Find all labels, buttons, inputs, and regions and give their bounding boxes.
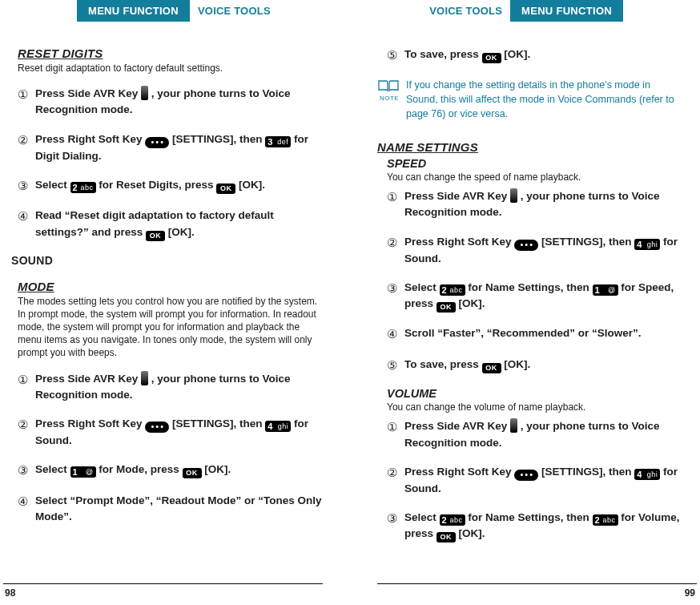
text: Press Side AVR Key — [404, 190, 510, 202]
step-text: Select 2abc for Reset Digits, press OK [… — [35, 177, 323, 194]
name-settings-heading: NAME SETTINGS — [377, 140, 682, 154]
side-avr-key-icon — [141, 371, 148, 385]
step-number: ④ — [387, 325, 404, 344]
text: Press Right Soft Key — [35, 417, 145, 430]
mode-heading: MODE — [18, 280, 323, 293]
step-text: Select 2abc for Name Settings, then 1@ f… — [404, 280, 682, 313]
ok-key-icon: OK — [482, 363, 501, 373]
step: ③ Select 2abc for Reset Digits, press OK… — [18, 177, 323, 196]
page-number: 99 — [685, 587, 695, 599]
footer-rule — [377, 583, 697, 584]
reset-digits-desc: Reset digit adaptation to factory defaul… — [18, 62, 323, 75]
key-1-icon: 1@ — [70, 466, 96, 478]
step-text: Select “Prompt Mode”, “Readout Mode” or … — [35, 493, 323, 526]
step: ② Press Right Soft Key ••• [SETTINGS], t… — [18, 416, 323, 449]
step-number: ① — [18, 371, 35, 389]
text: Press Right Soft Key — [404, 466, 514, 478]
step-text: Press Right Soft Key ••• [SETTINGS], the… — [35, 416, 323, 449]
ok-key-icon: OK — [183, 468, 202, 478]
step: ④ Select “Prompt Mode”, “Readout Mode” o… — [18, 493, 323, 526]
step-number: ④ — [18, 493, 35, 511]
side-avr-key-icon — [510, 188, 517, 203]
note-text: If you change the setting details in the… — [406, 78, 682, 121]
step-text: Scroll “Faster”, “Recommended” or “Slowe… — [404, 325, 682, 341]
step-number: ① — [387, 188, 404, 207]
step-text: Press Side AVR Key , your phone turns to… — [35, 86, 323, 119]
step: ① Press Side AVR Key , your phone turns … — [18, 371, 323, 404]
text: [OK]. — [456, 297, 485, 309]
text: [OK]. — [165, 226, 195, 238]
voice-tools-label: VOICE TOOLS — [421, 0, 510, 22]
step: ① Press Side AVR Key , your phone turns … — [18, 86, 323, 119]
step: ③ Select 1@ for Mode, press OK [OK]. — [18, 462, 323, 480]
text: To save, press — [404, 358, 482, 370]
reset-digits-heading: RESET DIGITS — [18, 46, 323, 60]
step: ② Press Right Soft Key ••• [SETTINGS], t… — [387, 234, 682, 267]
text: for Mode, press — [96, 463, 183, 475]
note-icon: NOTE — [377, 79, 401, 103]
text: Press Right Soft Key — [404, 236, 514, 248]
step-text: To save, press OK [OK]. — [404, 46, 682, 63]
step: ⑤ To save, press OK [OK]. — [387, 357, 682, 375]
text: [SETTINGS], then — [169, 133, 265, 145]
step-text: Select 2abc for Name Settings, then 2abc… — [404, 510, 682, 542]
text: To save, press — [404, 48, 482, 60]
text: [OK]. — [235, 179, 265, 191]
footer-rule — [3, 583, 323, 584]
step-number: ② — [18, 416, 35, 434]
right-soft-key-icon: ••• — [514, 470, 538, 481]
step-text: Press Right Soft Key ••• [SETTINGS], the… — [404, 234, 682, 267]
side-avr-key-icon — [141, 86, 148, 100]
step: ③ Select 2abc for Name Settings, then 2a… — [387, 510, 682, 542]
text: for Name Settings, then — [465, 281, 593, 293]
key-3-icon: 3def — [265, 136, 291, 147]
text: Select — [404, 511, 440, 523]
step-number: ③ — [387, 280, 404, 298]
text: Press Side AVR Key — [35, 87, 141, 99]
ok-key-icon: OK — [216, 184, 235, 194]
text: Press Side AVR Key — [35, 373, 141, 385]
key-4-icon: 4ghi — [634, 469, 660, 480]
step-number: ③ — [18, 462, 35, 480]
step: ④ Read “Reset digit adaptation to factor… — [18, 208, 323, 240]
text: for Reset Digits, press — [96, 179, 217, 191]
step-number: ③ — [18, 177, 35, 196]
step-number: ⑤ — [387, 357, 404, 375]
text: Press Right Soft Key — [35, 133, 145, 145]
step: ⑤ To save, press OK [OK]. — [387, 46, 682, 65]
text: Select — [35, 179, 70, 191]
text: for Name Settings, then — [465, 511, 593, 523]
step-text: Press Right Soft Key ••• [SETTINGS], the… — [404, 464, 682, 497]
speed-desc: You can change the speed of name playbac… — [387, 171, 682, 184]
key-2-icon: 2abc — [593, 514, 618, 526]
step-number: ③ — [387, 510, 404, 528]
mode-desc: The modes setting lets you control how y… — [18, 295, 323, 360]
note-label: NOTE — [377, 94, 401, 103]
key-4-icon: 4ghi — [265, 421, 291, 432]
step-number: ① — [18, 86, 35, 104]
ok-key-icon: OK — [146, 231, 165, 241]
text: [OK]. — [501, 48, 531, 60]
step-number: ④ — [18, 208, 35, 226]
step: ② Press Right Soft Key ••• [SETTINGS], t… — [387, 464, 682, 497]
sound-heading: SOUND — [11, 254, 323, 267]
volume-desc: You can change the volume of name playba… — [387, 401, 682, 413]
step-number: ② — [387, 464, 404, 482]
text: [SETTINGS], then — [538, 466, 634, 478]
speed-heading: SPEED — [387, 157, 682, 170]
step: ① Press Side AVR Key , your phone turns … — [387, 188, 682, 221]
key-1-icon: 1@ — [593, 284, 618, 296]
text: Select — [404, 281, 440, 293]
page-number: 98 — [5, 587, 15, 599]
step: ① Press Side AVR Key , your phone turns … — [387, 418, 682, 451]
step-number: ① — [387, 418, 404, 437]
step-text: Press Side AVR Key , your phone turns to… — [404, 418, 682, 451]
side-avr-key-icon — [510, 418, 517, 433]
key-2-icon: 2abc — [440, 514, 465, 526]
note-block: NOTE If you change the setting details i… — [377, 78, 682, 121]
key-2-icon: 2abc — [440, 284, 465, 296]
step: ② Press Right Soft Key ••• [SETTINGS], t… — [18, 131, 323, 164]
text: [SETTINGS], then — [169, 417, 265, 430]
step-text: Press Side AVR Key , your phone turns to… — [35, 371, 323, 404]
step-number: ② — [18, 131, 35, 150]
